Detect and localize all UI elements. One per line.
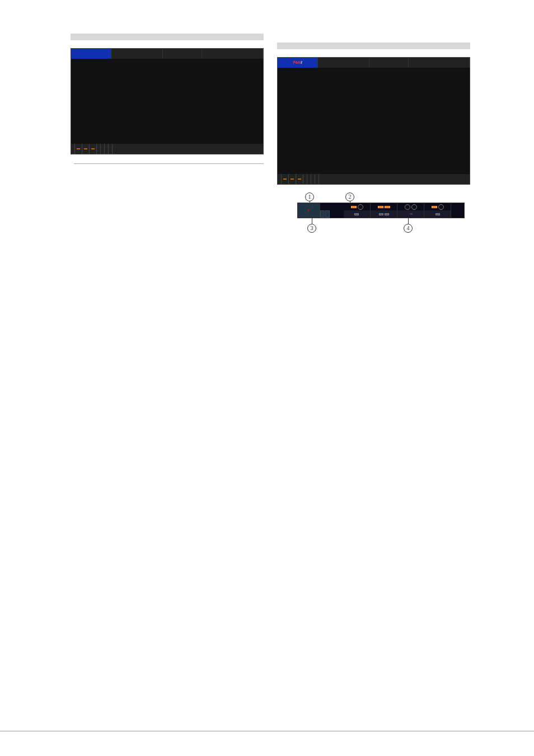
ch-to-mix-heading <box>277 43 470 49</box>
ss-title <box>71 49 111 59</box>
f2-enc-a <box>298 179 301 180</box>
mix-on <box>432 206 437 208</box>
comp-link-heading <box>71 34 264 40</box>
knob-icon <box>438 204 444 210</box>
hint-label <box>71 163 264 164</box>
post-btn <box>354 213 359 215</box>
comp-link-screenshot <box>71 48 264 154</box>
ss2-footer <box>278 174 470 184</box>
left-column <box>71 34 264 242</box>
f-mach-v <box>77 148 80 149</box>
callout-diagram: 1 2 3 4 ♥ <box>277 192 470 234</box>
post-on-button-a <box>320 210 325 218</box>
right-column: PAN/ <box>277 34 470 242</box>
hint-body <box>71 164 264 168</box>
circled-4: 4 <box>404 224 413 233</box>
f2-mach-v <box>283 179 287 180</box>
f-mix-v <box>84 148 87 149</box>
ss2-title: PAN/ <box>278 58 318 68</box>
page-footer <box>0 731 534 736</box>
mix-on <box>378 206 383 208</box>
circled-2: 2 <box>345 192 354 201</box>
ss-footer <box>71 144 263 154</box>
f-enc-a <box>91 148 95 149</box>
mix-grid <box>279 69 469 173</box>
post-btn <box>435 213 440 215</box>
knob-icon <box>411 204 417 210</box>
post-btn <box>379 213 383 215</box>
mix-on <box>351 206 357 208</box>
post-on-button-b <box>325 210 330 218</box>
knob-icon <box>358 204 363 210</box>
mix-on <box>385 206 390 208</box>
inf-label: -∞ <box>409 212 413 217</box>
circled-1: 1 <box>305 192 314 201</box>
ch-to-mix-screenshot: PAN/ <box>277 57 470 185</box>
type-selection-area: ♥ <box>298 203 320 218</box>
knob-icon <box>405 204 410 210</box>
circled-3: 3 <box>307 224 316 233</box>
f2-mix-v <box>291 179 294 180</box>
post-btn <box>385 213 389 215</box>
